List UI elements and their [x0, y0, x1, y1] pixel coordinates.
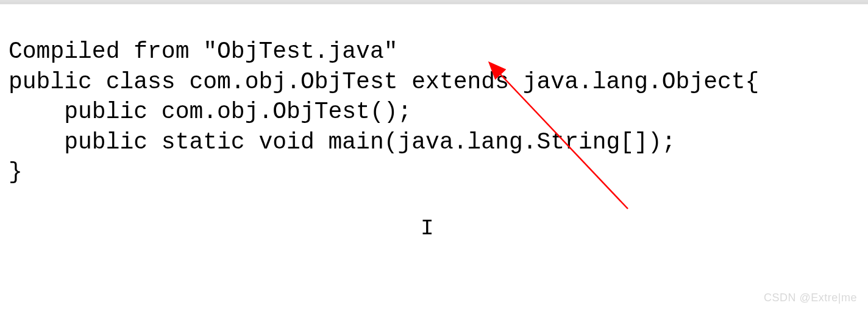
code-line-2: public class com.obj.ObjTest extends jav… [9, 69, 759, 95]
code-line-3: public com.obj.ObjTest(); [9, 99, 411, 125]
code-block: Compiled from "ObjTest.java" public clas… [0, 2, 868, 192]
text-cursor-icon: I [421, 215, 434, 243]
code-line-5: } [9, 159, 23, 185]
code-line-1: Compiled from "ObjTest.java" [9, 38, 398, 65]
top-border [0, 2, 868, 4]
code-line-4: public static void main(java.lang.String… [9, 129, 676, 155]
watermark-text: CSDN @Extre|me [764, 291, 857, 305]
